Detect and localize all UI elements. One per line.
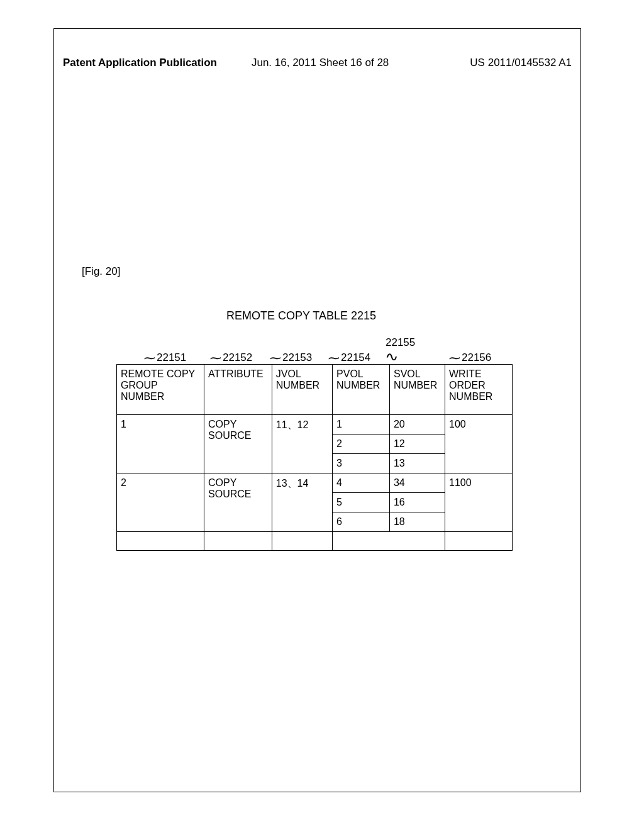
col-ref-4: ∼22154: [329, 349, 370, 364]
cell-empty: [333, 532, 445, 551]
cell-svol: 34: [389, 473, 445, 493]
cell-jvol: 11、12: [272, 415, 332, 473]
column-ref-labels: ∼22151 ∼22152 ∼22153 ∼22154 22155 ∿ ∼221…: [116, 349, 513, 363]
col-header-attribute: ATTRIBUTE: [204, 365, 272, 415]
cell-empty: [445, 532, 513, 551]
cell-empty: [117, 532, 204, 551]
table-row: 2 COPY SOURCE 13、14 4 34 1100: [117, 473, 513, 493]
cell-pvol: 2: [333, 434, 390, 454]
cell-won: 100: [445, 415, 513, 473]
header-publication: Patent Application Publication: [63, 57, 217, 69]
table-row: 1 COPY SOURCE 11、12 1 20 100: [117, 415, 513, 434]
cell-svol: 16: [389, 493, 445, 512]
col-ref-6: ∼22156: [450, 349, 491, 364]
table-header-row: REMOTE COPY GROUP NUMBER ATTRIBUTE JVOL …: [117, 365, 513, 415]
remote-copy-table-wrap: ∼22151 ∼22152 ∼22153 ∼22154 22155 ∿ ∼221…: [116, 349, 513, 551]
cell-jvol: 13、14: [272, 473, 332, 532]
cell-svol: 20: [389, 415, 445, 434]
col-header-won: WRITE ORDER NUMBER: [445, 365, 513, 415]
header-pub-number: US 2011/0145532 A1: [470, 57, 572, 69]
col-header-group: REMOTE COPY GROUP NUMBER: [117, 365, 204, 415]
cell-pvol: 3: [333, 454, 390, 473]
cell-pvol: 6: [333, 512, 390, 532]
table-row-empty: [117, 532, 513, 551]
cell-svol: 18: [389, 512, 445, 532]
figure-label: [Fig. 20]: [82, 265, 120, 278]
cell-svol: 12: [389, 434, 445, 454]
cell-group: 2: [117, 473, 204, 532]
cell-pvol: 1: [333, 415, 390, 434]
col-ref-2: ∼22152: [211, 349, 252, 364]
remote-copy-table: REMOTE COPY GROUP NUMBER ATTRIBUTE JVOL …: [116, 364, 513, 551]
col-header-pvol: PVOL NUMBER: [333, 365, 390, 415]
page-header: Patent Application Publication Jun. 16, …: [63, 57, 572, 69]
cell-attr: COPY SOURCE: [204, 473, 272, 532]
table-title: REMOTE COPY TABLE 2215: [226, 309, 376, 323]
col-ref-5: 22155: [386, 336, 415, 349]
col-ref-1: ∼22151: [145, 349, 186, 364]
cell-pvol: 5: [333, 493, 390, 512]
cell-svol: 13: [389, 454, 445, 473]
cell-group: 1: [117, 415, 204, 473]
col-header-svol: SVOL NUMBER: [389, 365, 445, 415]
cell-pvol: 4: [333, 473, 390, 493]
cell-attr: COPY SOURCE: [204, 415, 272, 473]
col-ref-3: ∼22153: [270, 349, 312, 364]
cell-won: 1100: [445, 473, 513, 532]
cell-empty: [272, 532, 332, 551]
col-header-jvol: JVOL NUMBER: [272, 365, 332, 415]
cell-empty: [204, 532, 272, 551]
col-ref-5-tilde: ∿: [387, 350, 399, 365]
header-date-sheet: Jun. 16, 2011 Sheet 16 of 28: [252, 57, 389, 69]
